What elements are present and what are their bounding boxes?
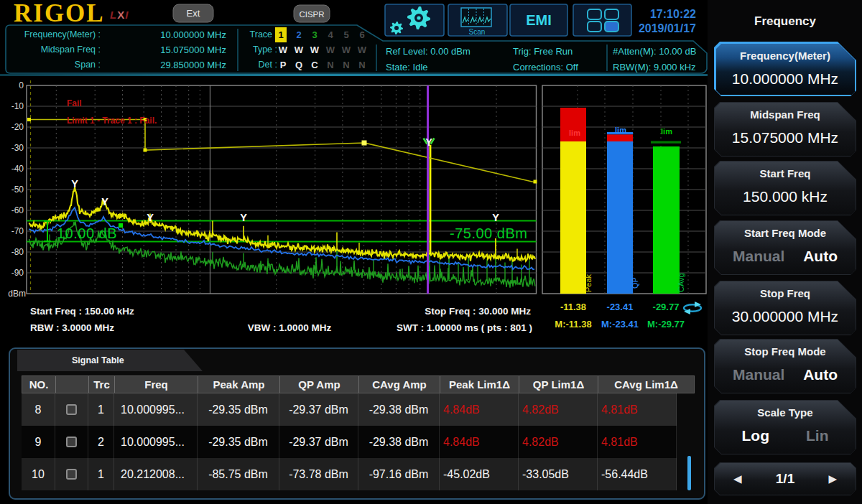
svg-text:-10: -10 xyxy=(11,101,24,111)
svg-text:-11.38: -11.38 xyxy=(560,302,586,312)
svg-text:QP: QP xyxy=(631,277,639,289)
svg-text:Y: Y xyxy=(240,212,247,223)
svg-text:10.00 dB: 10.00 dB xyxy=(57,225,117,241)
svg-text:M:-23.41: M:-23.41 xyxy=(601,319,639,330)
svg-text:Y: Y xyxy=(147,212,154,223)
svg-text:Start Freq : 150.00 kHz: Start Freq : 150.00 kHz xyxy=(30,306,134,317)
svg-text:Stop Freq : 30.000 MHz: Stop Freq : 30.000 MHz xyxy=(425,306,531,317)
svg-text:SWT : 1.00000 ms ( pts : 801 ): SWT : 1.00000 ms ( pts : 801 ) xyxy=(397,322,532,333)
svg-text:-20: -20 xyxy=(11,122,24,132)
svg-text:0: 0 xyxy=(19,80,24,90)
svg-text:-70: -70 xyxy=(11,226,24,236)
svg-text:-90: -90 xyxy=(11,268,24,278)
svg-text:VBW : 1.0000 MHz: VBW : 1.0000 MHz xyxy=(248,322,332,333)
svg-text:M:-11.38: M:-11.38 xyxy=(555,319,591,330)
svg-text:-75.00 dBm: -75.00 dBm xyxy=(450,225,527,241)
svg-text:-30: -30 xyxy=(11,143,24,153)
svg-text:Y: Y xyxy=(71,178,78,190)
svg-text:-40: -40 xyxy=(11,164,24,174)
svg-text:lim: lim xyxy=(569,129,580,137)
svg-text:Fail: Fail xyxy=(67,98,82,108)
svg-text:-50: -50 xyxy=(11,185,24,195)
svg-text:Y: Y xyxy=(425,136,432,148)
svg-text:Y: Y xyxy=(492,212,499,223)
svg-text:CAvg: CAvg xyxy=(677,273,685,292)
svg-text:-60: -60 xyxy=(11,205,24,215)
svg-text:Limit 1 - Trace 1 : Fail.: Limit 1 - Trace 1 : Fail. xyxy=(67,116,157,126)
svg-text:-80: -80 xyxy=(11,247,24,257)
svg-text:-23.41: -23.41 xyxy=(607,302,634,312)
svg-text:lim: lim xyxy=(661,127,672,136)
svg-text:dBm: dBm xyxy=(8,289,26,299)
svg-text:RBW : 3.0000 MHz: RBW : 3.0000 MHz xyxy=(30,322,114,333)
svg-text:M:-29.77: M:-29.77 xyxy=(647,319,685,330)
svg-text:Peak: Peak xyxy=(584,274,593,292)
svg-text:lim: lim xyxy=(615,126,626,134)
svg-text:Y: Y xyxy=(101,196,108,207)
svg-text:-29.77: -29.77 xyxy=(653,302,680,312)
